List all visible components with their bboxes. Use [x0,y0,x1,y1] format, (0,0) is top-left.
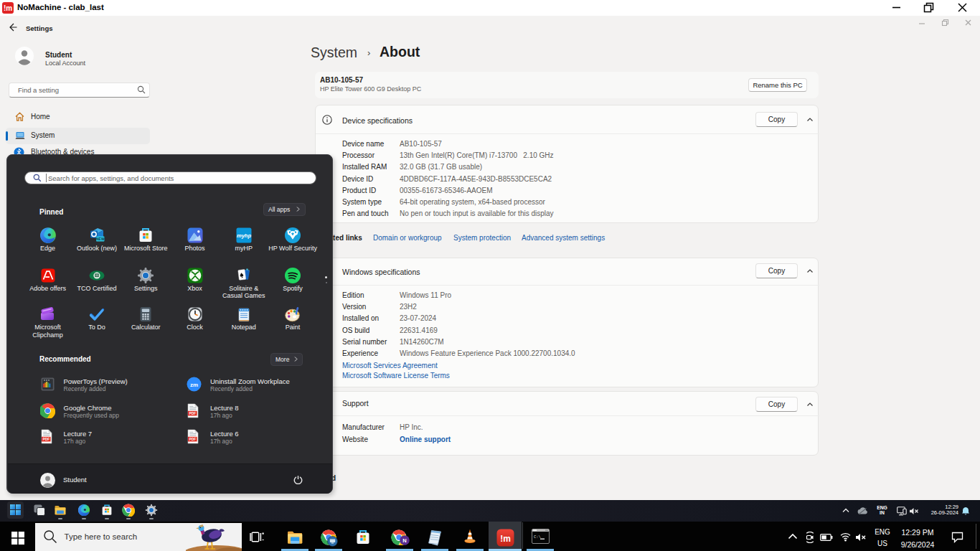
svg-text:myhp: myhp [237,232,251,239]
svg-text:C:\: C:\ [534,534,541,540]
svg-text:!m: !m [4,4,12,12]
svg-text:N: N [402,537,406,544]
svg-text:PDF: PDF [189,412,196,415]
svg-text:PDF: PDF [42,438,50,441]
svg-text:zm: zm [190,382,198,388]
svg-text:NEW: NEW [96,237,105,241]
svg-text:!m: !m [500,533,511,543]
svg-text:PDF: PDF [189,438,196,441]
